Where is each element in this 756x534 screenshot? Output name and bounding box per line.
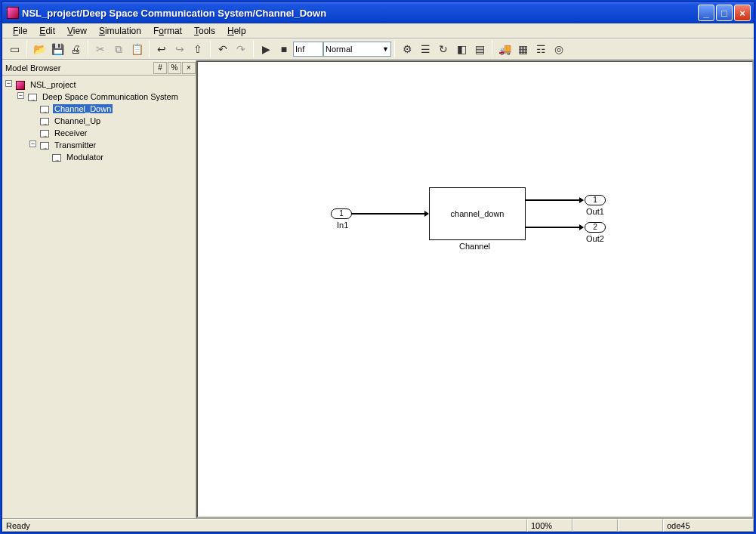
maximize-button[interactable]: □	[716, 5, 733, 21]
stack-icon[interactable]: ◧	[453, 41, 470, 57]
outport-1-label: Out1	[586, 207, 604, 216]
save-icon[interactable]: 💾	[49, 41, 66, 57]
refresh-icon[interactable]: ↻	[435, 41, 452, 57]
stop-icon[interactable]: ■	[276, 41, 292, 57]
simulink-window: NSL_project/Deep Space Communication Sys…	[2, 2, 754, 532]
subsystem-icon	[40, 118, 49, 125]
status-solver: ode45	[663, 519, 754, 532]
model-browser-header: Model Browser # % ×	[2, 60, 196, 76]
subsystem-icon	[40, 142, 49, 150]
outport-1[interactable]: 1	[585, 195, 606, 205]
simmode-select[interactable]: Normal ▼	[323, 42, 391, 57]
copy-icon[interactable]: ⧉	[110, 41, 127, 57]
block-channel-label: Channel	[459, 242, 490, 251]
model-tree[interactable]: − NSL_project − Deep Space Communication…	[2, 76, 196, 518]
tree-node-modulator[interactable]: Modulator	[65, 153, 105, 162]
report-icon[interactable]: ▤	[471, 41, 488, 57]
status-cell-b	[618, 519, 663, 532]
status-ready: Ready	[2, 519, 527, 532]
menu-view[interactable]: View	[61, 25, 93, 37]
tree-node-root[interactable]: NSL_project	[29, 80, 78, 89]
menu-format[interactable]: Format	[147, 25, 188, 37]
redo-icon[interactable]: ↷	[233, 41, 249, 57]
menu-help[interactable]: Help	[221, 25, 252, 37]
inport-1-label: In1	[337, 221, 348, 230]
subsystem-icon	[40, 130, 49, 137]
toolbar-separator	[149, 41, 150, 57]
toolbar-separator	[394, 41, 395, 57]
menubar: File Edit View Simulation Format Tools H…	[2, 23, 754, 39]
browser-options-icon[interactable]: #	[153, 62, 167, 74]
nav-fwd-icon[interactable]: ↪	[171, 41, 188, 57]
inport-1[interactable]: 1	[331, 208, 352, 219]
tree-collapse-icon[interactable]: −	[29, 140, 36, 147]
toolbar-separator	[210, 41, 211, 57]
subsystem-icon	[28, 94, 37, 101]
open-icon[interactable]: 📂	[31, 41, 48, 57]
minimize-button[interactable]: _	[698, 5, 714, 21]
block-diagram: 1 In1 channel_down Channel 1 Out1 2 Out2	[198, 62, 752, 517]
titlebar[interactable]: NSL_project/Deep Space Communication Sys…	[2, 2, 754, 23]
signal-line[interactable]	[352, 213, 428, 215]
statusbar: Ready 100% ode45	[2, 518, 754, 532]
close-button[interactable]: ×	[734, 5, 751, 21]
tree-node-channel-down[interactable]: Channel_Down	[53, 104, 113, 113]
subsystem-icon	[40, 106, 49, 113]
lib-icon[interactable]: 🚚	[496, 41, 513, 57]
build-icon[interactable]: ⚙	[399, 41, 415, 57]
toolbar: ▭ 📂 💾 🖨 ✂ ⧉ 📋 ↩ ↪ ⇧ ↶ ↷ ▶ ■ Normal ▼ ⚙ ☰…	[2, 39, 754, 60]
tree-node-receiver[interactable]: Receiver	[53, 128, 88, 137]
block-channel[interactable]: channel_down	[429, 187, 526, 240]
tune-icon[interactable]: ☰	[417, 41, 434, 57]
tree-node-channel-up[interactable]: Channel_Up	[53, 116, 102, 125]
play-icon[interactable]: ▶	[258, 41, 274, 57]
window-title: NSL_project/Deep Space Communication Sys…	[22, 8, 696, 19]
model-browser-title: Model Browser	[5, 63, 60, 73]
menu-file[interactable]: File	[7, 25, 33, 37]
explorer-icon[interactable]: ☶	[532, 41, 549, 57]
tree-collapse-icon[interactable]: −	[17, 92, 24, 99]
toolbar-separator	[492, 41, 492, 57]
status-cell-a	[572, 519, 618, 532]
signal-line[interactable]	[526, 227, 583, 228]
print-icon[interactable]: 🖨	[67, 41, 84, 57]
debug-icon[interactable]: ▦	[514, 41, 531, 57]
model-browser: Model Browser # % × − NSL_project −	[2, 60, 196, 518]
browser-filter-icon[interactable]: %	[168, 62, 181, 74]
status-zoom: 100%	[527, 519, 572, 532]
stoptime-input[interactable]	[293, 42, 323, 57]
menu-edit[interactable]: Edit	[33, 25, 61, 37]
toolbar-separator	[253, 41, 254, 57]
nav-back-icon[interactable]: ↩	[153, 41, 170, 57]
subsystem-icon	[52, 154, 61, 162]
model-icon	[16, 81, 25, 90]
target-icon[interactable]: ◎	[551, 41, 567, 57]
browser-close-icon[interactable]: ×	[182, 62, 196, 74]
undo-icon[interactable]: ↶	[214, 41, 231, 57]
cut-icon[interactable]: ✂	[92, 41, 109, 57]
simmode-label: Normal	[326, 45, 352, 54]
menu-tools[interactable]: Tools	[188, 25, 221, 37]
nav-up-icon[interactable]: ⇧	[190, 41, 206, 57]
window-buttons: _ □ ×	[696, 5, 751, 21]
main-area: Model Browser # % × − NSL_project −	[2, 60, 754, 518]
new-icon[interactable]: ▭	[6, 41, 23, 57]
tree-node-dscs[interactable]: Deep Space Communication System	[41, 92, 180, 101]
diagram-canvas[interactable]: 1 In1 channel_down Channel 1 Out1 2 Out2	[196, 60, 754, 518]
tree-node-transmitter[interactable]: Transmitter	[53, 140, 97, 150]
paste-icon[interactable]: 📋	[128, 41, 145, 57]
chevron-down-icon: ▼	[382, 45, 389, 53]
app-icon	[7, 7, 19, 19]
toolbar-separator	[88, 41, 88, 57]
signal-line[interactable]	[526, 199, 583, 201]
menu-simulation[interactable]: Simulation	[93, 25, 147, 37]
toolbar-separator	[26, 41, 27, 57]
outport-2[interactable]: 2	[585, 222, 606, 233]
tree-collapse-icon[interactable]: −	[5, 80, 12, 87]
outport-2-label: Out2	[586, 234, 604, 243]
